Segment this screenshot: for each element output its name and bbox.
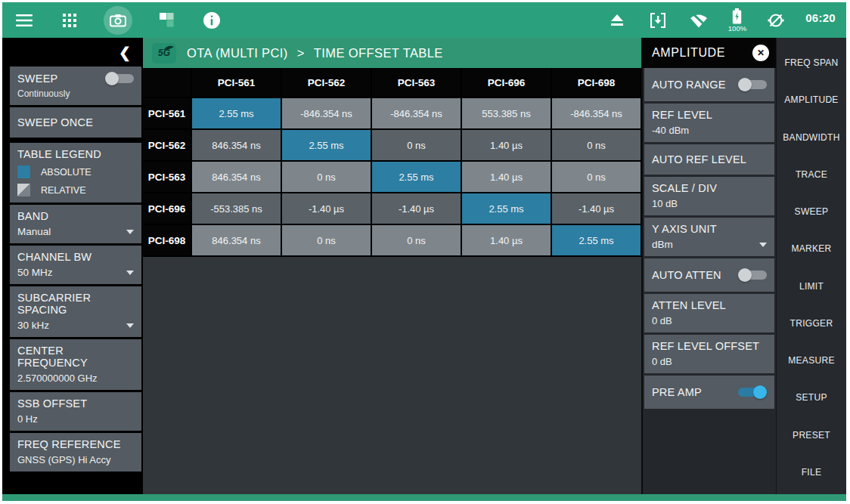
bottom-accent-bar [2, 494, 846, 501]
legend-label-relative: RELATIVE [41, 185, 86, 196]
apps-grid-icon[interactable] [58, 7, 81, 34]
app-window: 100% 06:20 SWEEPContinuouslySWEEP ONCETA… [2, 2, 846, 501]
sync-off-icon [765, 7, 787, 34]
table-cell: 553.385 ns [462, 98, 551, 128]
wifi-off-icon [687, 7, 710, 34]
amp-item-auto-range[interactable]: AUTO RANGE [644, 68, 774, 101]
table-row-header: PCI-698 [143, 225, 191, 255]
amp-item-auto-ref-level[interactable]: AUTO REF LEVEL [644, 144, 774, 175]
pre-amp-toggle[interactable] [738, 385, 767, 399]
menu-item-trace[interactable]: TRACE [778, 165, 845, 184]
sidebar-panel-freq-reference[interactable]: FREQ REFERENCEGNSS (GPS) Hi Accy [10, 433, 141, 472]
table-cell: 0 ns [282, 162, 371, 192]
chevron-down-icon [126, 323, 134, 328]
absolute-swatch-icon [17, 165, 30, 178]
ref-level-offset-value: 0 dB [652, 356, 767, 367]
table-col-header: PCI-561 [192, 68, 281, 97]
table-col-header: PCI-696 [462, 68, 551, 97]
screenshot-camera-icon[interactable] [104, 6, 132, 35]
sidebar-panel-channel-bw[interactable]: CHANNEL BW50 MHz [10, 246, 141, 284]
amp-item-pre-amp-label: PRE AMP [652, 386, 702, 398]
table-cell: 2.55 ms [282, 130, 371, 160]
table-cell: 846.354 ns [192, 130, 281, 160]
channel-bw-value: 50 MHz [17, 267, 53, 278]
menu-item-file[interactable]: FILE [778, 462, 845, 482]
breadcrumb: 5G OTA (MULTI PCI) > TIME OFFSET TABLE [143, 38, 641, 68]
windows-icon[interactable] [155, 7, 178, 34]
main-content: 5G OTA (MULTI PCI) > TIME OFFSET TABLE P… [143, 38, 641, 494]
amp-item-pre-amp[interactable]: PRE AMP [644, 376, 774, 409]
sidebar-collapse-header[interactable] [2, 38, 143, 66]
save-download-icon[interactable] [647, 7, 669, 34]
sidebar-panel-ssb-offset[interactable]: SSB OFFSET0 Hz [10, 392, 141, 431]
menu-item-amplitude[interactable]: AMPLITUDE [778, 90, 845, 110]
menu-item-trigger[interactable]: TRIGGER [778, 314, 845, 333]
amp-item-y-axis-unit[interactable]: Y AXIS UNITdBm [644, 218, 774, 256]
sidebar-panel-freq-reference-label: FREQ REFERENCE [17, 438, 134, 450]
menu-item-limit[interactable]: LIMIT [778, 277, 845, 296]
amp-item-ref-level[interactable]: REF LEVEL-40 dBm [644, 104, 774, 142]
center-frequency-value: 2.570000000 GHz [17, 373, 134, 384]
table-cell: -846.354 ns [282, 98, 371, 128]
sidebar-panel-sweep-once-label: SWEEP ONCE [17, 116, 134, 128]
table-cell: 0 ns [552, 162, 641, 192]
menu-item-setup[interactable]: SETUP [778, 388, 845, 407]
pre-amp-toggle-knob [753, 385, 767, 399]
table-cell: -846.354 ns [372, 98, 461, 128]
table-col-header: PCI-698 [552, 68, 641, 97]
table-cell: 2.55 ms [462, 193, 551, 224]
table-cell: -553.385 ns [192, 193, 281, 224]
amp-item-atten-level-label: ATTEN LEVEL [652, 299, 767, 311]
breadcrumb-section[interactable]: OTA (MULTI PCI) [187, 46, 288, 60]
sidebar-panel-table-legend[interactable]: TABLE LEGENDABSOLUTERELATIVE [10, 143, 141, 203]
sweep-toggle-knob [105, 72, 119, 85]
time-offset-table: PCI-561PCI-562PCI-563PCI-696PCI-698PCI-5… [143, 68, 642, 257]
sidebar-panel-band[interactable]: BANDManual [10, 205, 141, 243]
menu-item-bandwidth[interactable]: BANDWIDTH [778, 128, 845, 147]
eject-icon[interactable] [606, 7, 628, 34]
legend-entry-relative: RELATIVE [17, 184, 134, 196]
close-icon[interactable] [752, 45, 769, 61]
chevron-left-icon[interactable] [119, 44, 131, 61]
table-cell: 0 ns [282, 225, 371, 255]
auto-range-toggle[interactable] [738, 78, 767, 91]
atten-level-value: 0 dB [652, 315, 767, 326]
right-function-menu: FREQ SPANAMPLITUDEBANDWIDTHTRACESWEEPMAR… [776, 38, 846, 494]
table-cell: -1.40 µs [552, 193, 641, 224]
table-col-header: PCI-563 [372, 68, 461, 97]
sidebar-panel-sweep-once[interactable]: SWEEP ONCE [10, 107, 141, 138]
sweep-toggle[interactable] [105, 72, 134, 85]
amp-item-y-axis-unit-label: Y AXIS UNIT [652, 223, 767, 235]
breadcrumb-page: TIME OFFSET TABLE [314, 46, 443, 60]
menu-item-marker[interactable]: MARKER [778, 239, 845, 258]
table-cell: 1.40 µs [462, 130, 551, 160]
sidebar-panel-channel-bw-label: CHANNEL BW [17, 251, 134, 263]
menu-item-freq-span[interactable]: FREQ SPAN [778, 53, 845, 73]
amp-item-auto-atten[interactable]: AUTO ATTEN [644, 258, 774, 292]
table-row-header: PCI-563 [143, 162, 191, 192]
amp-item-atten-level[interactable]: ATTEN LEVEL0 dB [644, 294, 774, 332]
sidebar-panel-center-frequency[interactable]: CENTER FREQUENCY2.570000000 GHz [10, 339, 141, 390]
menu-item-measure[interactable]: MEASURE [778, 351, 845, 370]
sidebar-panel-table-legend-label: TABLE LEGEND [17, 148, 134, 160]
auto-atten-toggle[interactable] [738, 268, 767, 282]
sidebar-panel-sweep[interactable]: SWEEPContinuously [10, 66, 141, 105]
table-cell: 0 ns [552, 130, 641, 160]
table-row-header: PCI-562 [143, 130, 191, 160]
info-icon[interactable] [200, 7, 223, 34]
table-cell: 2.55 ms [192, 98, 281, 128]
amp-item-scale-div[interactable]: SCALE / DIV10 dB [644, 177, 774, 215]
menu-item-sweep[interactable]: SWEEP [778, 202, 845, 221]
amp-item-ref-level-offset-label: REF LEVEL OFFSET [652, 340, 767, 352]
top-status-bar: 100% 06:20 [2, 2, 846, 38]
table-cell: -1.40 µs [372, 193, 461, 224]
amp-item-auto-atten-label: AUTO ATTEN [652, 269, 721, 281]
menu-item-preset[interactable]: PRESET [778, 425, 845, 445]
menu-icon[interactable] [13, 7, 36, 34]
table-cell: 0 ns [372, 130, 461, 160]
sidebar-panel-subcarrier-spacing[interactable]: SUBCARRIER SPACING30 kHz [10, 286, 141, 337]
legend-entry-absolute: ABSOLUTE [17, 165, 134, 178]
table-row-header: PCI-696 [143, 193, 191, 224]
battery-percent-label: 100% [728, 25, 746, 32]
amp-item-ref-level-offset[interactable]: REF LEVEL OFFSET0 dB [644, 335, 774, 373]
